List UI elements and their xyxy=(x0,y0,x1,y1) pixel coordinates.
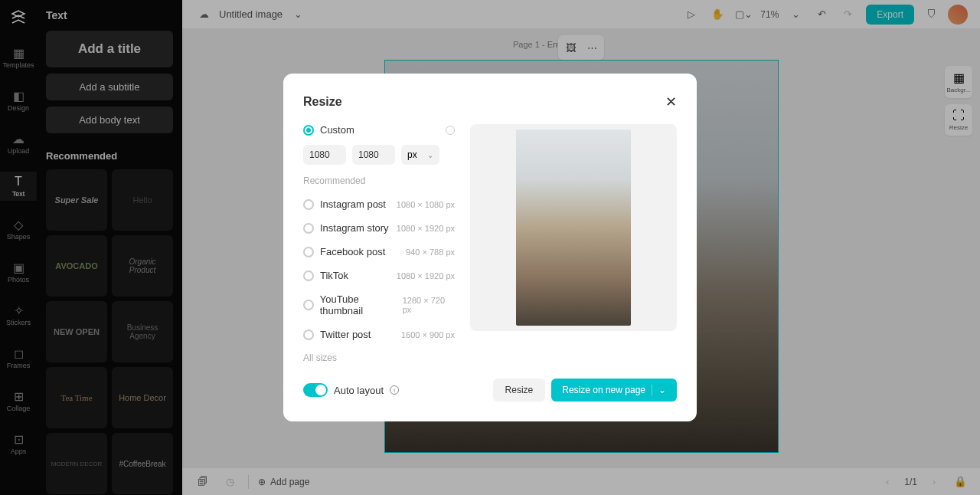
unit-select[interactable]: px ⌄ xyxy=(401,145,439,165)
preset-tiktok[interactable]: TikTok1080 × 1920 px xyxy=(303,264,455,287)
chevron-down-icon: ⌄ xyxy=(427,151,433,159)
resize-modal: Resize ✕ Custom px ⌄ xyxy=(283,74,697,421)
radio-icon xyxy=(303,270,314,281)
close-icon[interactable]: ✕ xyxy=(665,93,677,110)
chevron-down-icon: ⌄ xyxy=(652,385,666,395)
auto-layout-toggle[interactable] xyxy=(303,383,328,397)
preset-facebook-post[interactable]: Facebook post940 × 788 px xyxy=(303,240,455,264)
radio-icon xyxy=(303,329,314,340)
link-icon[interactable] xyxy=(446,126,455,135)
custom-radio-row[interactable]: Custom xyxy=(303,124,354,136)
width-input[interactable] xyxy=(303,145,346,165)
radio-checked-icon xyxy=(303,125,314,136)
preset-youtube-thumbnail[interactable]: YouTube thumbnail1280 × 720 px xyxy=(303,287,455,323)
radio-icon xyxy=(303,300,314,310)
preset-instagram-post[interactable]: Instagram post1080 × 1080 px xyxy=(303,192,455,216)
modal-overlay[interactable]: Resize ✕ Custom px ⌄ xyxy=(0,0,980,495)
radio-icon xyxy=(303,223,314,234)
radio-icon xyxy=(303,199,314,210)
preset-instagram-story[interactable]: Instagram story1080 × 1920 px xyxy=(303,216,455,240)
preview-area xyxy=(470,124,677,331)
preset-twitter-post[interactable]: Twitter post1600 × 900 px xyxy=(303,323,455,346)
height-input[interactable] xyxy=(352,145,395,165)
resize-new-page-button[interactable]: Resize on new page ⌄ xyxy=(551,379,677,402)
radio-icon xyxy=(303,247,314,257)
recommended-label: Recommended xyxy=(303,175,455,186)
info-icon[interactable]: i xyxy=(390,385,399,395)
resize-button[interactable]: Resize xyxy=(493,379,546,402)
modal-title: Resize xyxy=(303,95,342,109)
preview-image xyxy=(516,129,631,326)
all-sizes-label: All sizes xyxy=(303,352,455,363)
